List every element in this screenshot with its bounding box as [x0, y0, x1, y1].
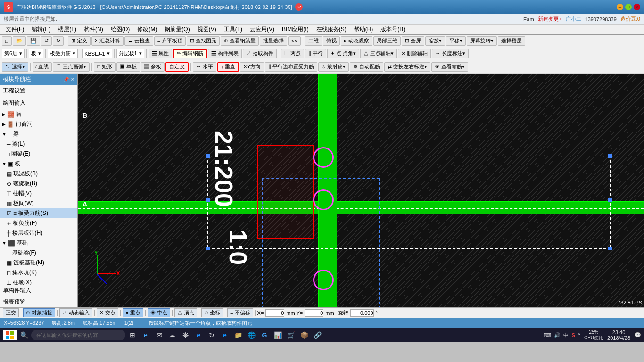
pin-icon[interactable]: ^: [578, 332, 580, 338]
select-mode-button[interactable]: ↖ 选择▾: [2, 62, 28, 72]
panel-close-button[interactable]: ✕: [71, 77, 74, 82]
tree-slab[interactable]: ▼ ▣ 板: [0, 159, 77, 169]
volume-icon[interactable]: 🔊: [554, 332, 561, 338]
tree-found-beam[interactable]: ═ 基础梁(F): [0, 248, 77, 258]
rotate-input[interactable]: [350, 309, 374, 317]
top-view-button[interactable]: 俯视: [323, 36, 340, 46]
save-button[interactable]: 💾: [27, 36, 40, 46]
rebar-type-dropdown[interactable]: 板受力筋: [48, 49, 78, 58]
drawing-input[interactable]: 绘图输入: [0, 97, 77, 109]
menu-file[interactable]: 文件(F): [2, 25, 28, 34]
menu-modify[interactable]: 修改(M): [133, 25, 161, 34]
fullscreen-button[interactable]: ⊞ 全屏: [402, 36, 424, 46]
redo-button[interactable]: ↻: [53, 36, 64, 46]
property-button[interactable]: ☰ 属性: [149, 49, 172, 58]
y-input[interactable]: [305, 309, 323, 317]
batch-select-button[interactable]: 批量选择: [260, 36, 287, 46]
edit-rebar-button[interactable]: ✏ 编辑钢筋: [173, 49, 207, 58]
g-icon[interactable]: G: [259, 330, 270, 340]
parallel-button[interactable]: ∥ 平行: [305, 49, 326, 58]
three-point-aux-button[interactable]: △ 三点辅轴▾: [360, 49, 397, 58]
undo-button[interactable]: ↺: [41, 36, 52, 46]
level-top-button[interactable]: ≡ 齐平板顶: [154, 36, 186, 46]
parallel-rebar-button[interactable]: ∥ 平行边布置受力筋: [265, 62, 317, 72]
menu-rebar-qty[interactable]: 钢筋量(Q): [161, 25, 193, 34]
menu-tools[interactable]: 工具(T): [220, 25, 246, 34]
edge-icon[interactable]: e: [220, 330, 230, 340]
pick-component-button[interactable]: ↗ 拾取构件: [243, 49, 277, 58]
calc-button[interactable]: Σ 汇总计算: [91, 36, 124, 46]
project-section[interactable]: 工程设置: [0, 85, 77, 97]
menu-edit[interactable]: 编辑(E): [28, 25, 54, 34]
dynamic-view-button[interactable]: ▸ 动态观察: [341, 36, 372, 46]
refresh-icon[interactable]: ↻: [206, 330, 217, 340]
tree-beam-l[interactable]: ─ 梁(L): [0, 139, 77, 149]
xy-dir-button[interactable]: XY方向: [240, 62, 264, 72]
multi-slab-button[interactable]: ▤ 多板: [141, 62, 165, 72]
radial-rebar-button[interactable]: ⊙ 放射筋▾: [318, 62, 349, 72]
tree-col-pier[interactable]: ⊥ 柱墩(X): [0, 278, 77, 285]
intersection-button[interactable]: ✕ 交点: [97, 308, 118, 317]
midpoint-button[interactable]: ● 重点: [123, 308, 143, 317]
line-button[interactable]: ∕ 直线: [33, 62, 52, 72]
folder-icon[interactable]: 📁: [233, 330, 243, 340]
start-button[interactable]: [3, 330, 17, 340]
ie-icon[interactable]: e: [193, 330, 204, 340]
tree-slab-between[interactable]: ▥ 板间(W): [0, 198, 77, 208]
menu-cloud[interactable]: 云应用(V): [246, 25, 278, 34]
length-mark-button[interactable]: ↔ 长度标注▾: [432, 49, 469, 58]
tree-foundation[interactable]: ▼ ⬛ 基础: [0, 238, 77, 248]
tree-slab-rebar[interactable]: ☑ ≡ 板受力筋(S): [0, 208, 77, 218]
browser-icon[interactable]: e: [140, 330, 151, 340]
package-icon[interactable]: 📦: [299, 330, 309, 340]
cloud-check-button[interactable]: ☁ 云检查: [124, 36, 153, 46]
tree-raft[interactable]: ▦ 筏板基础(M): [0, 258, 77, 268]
tree-ring-beam[interactable]: □ 圈梁(E): [0, 149, 77, 159]
swap-mark-button[interactable]: ⇄ 交换左右标注▾: [384, 62, 430, 72]
maximize-button[interactable]: □: [625, 4, 632, 10]
cloud-icon[interactable]: ☁: [167, 330, 177, 340]
canvas-area[interactable]: A B 21:200 1:0 X Y 732.8 FPS: [78, 74, 644, 307]
snap-button[interactable]: ⊙ 对象捕捉: [23, 308, 55, 317]
menu-online[interactable]: 在线服务(S): [313, 25, 350, 34]
rect-button[interactable]: □ 矩形: [94, 62, 116, 72]
tree-neg-rebar[interactable]: ∓ 板负筋(F): [0, 218, 77, 228]
ortho-button[interactable]: 正交: [3, 308, 19, 317]
menu-component[interactable]: 构件(N): [80, 25, 107, 34]
component-list-button[interactable]: ☰ 构件列表: [208, 49, 242, 58]
new-button[interactable]: □: [2, 36, 12, 46]
tree-spiral-slab[interactable]: ⊙ 螺旋板(B): [0, 179, 77, 189]
layer-dropdown[interactable]: 分层板1: [116, 49, 144, 58]
chart-icon[interactable]: 📊: [272, 330, 283, 340]
new-change-btn[interactable]: 新建变更 •: [538, 16, 562, 23]
pan-button[interactable]: 平移▾: [446, 36, 466, 46]
type-dropdown[interactable]: 板: [29, 49, 43, 58]
view-layout-button[interactable]: 👁 查看布筋▾: [431, 62, 468, 72]
cart-icon[interactable]: 🛒: [286, 330, 296, 340]
tree-sump[interactable]: ⊓ 集水坑(K): [0, 268, 77, 278]
mail-icon[interactable]: ✉: [154, 330, 164, 340]
zoom-button[interactable]: 缩放▾: [425, 36, 445, 46]
vertex-button[interactable]: △ 顶点: [174, 308, 197, 317]
tree-beam[interactable]: ▼ ═ 梁: [0, 129, 77, 139]
tree-cast-slab[interactable]: ▤ 现浇板(B): [0, 169, 77, 179]
close-button[interactable]: ✕: [634, 4, 640, 10]
single-slab-button[interactable]: ▣ 单板: [116, 62, 140, 72]
component-name-dropdown[interactable]: KBSLJ-1: [82, 49, 112, 58]
dynamic-input-button[interactable]: ↗ 动态输入: [59, 308, 92, 317]
fan-icon[interactable]: ❋: [180, 330, 190, 340]
rotate-screen-button[interactable]: 屏幕旋转▾: [467, 36, 497, 46]
vertical-button[interactable]: ↕ 垂直: [217, 62, 239, 72]
select-floor-button[interactable]: 选择楼层: [498, 36, 525, 46]
menu-help[interactable]: 帮助(H): [350, 25, 377, 34]
menu-floor[interactable]: 楼层(L): [54, 25, 80, 34]
tree-col-cap[interactable]: ⊤ 柱帽(V): [0, 189, 77, 198]
custom-button[interactable]: 自定义: [165, 62, 189, 72]
two-point-button[interactable]: ⊢ 两点: [281, 49, 304, 58]
sogou-icon[interactable]: S: [571, 332, 575, 338]
2d-button[interactable]: 二维: [305, 36, 322, 46]
task-view-icon[interactable]: ⊞: [127, 330, 138, 340]
local-3d-button[interactable]: 局部三维: [373, 36, 401, 46]
menu-bim[interactable]: BIM应用(I): [278, 25, 313, 34]
view-rebar-button[interactable]: ⊕ 查看钢筋量: [221, 36, 259, 46]
